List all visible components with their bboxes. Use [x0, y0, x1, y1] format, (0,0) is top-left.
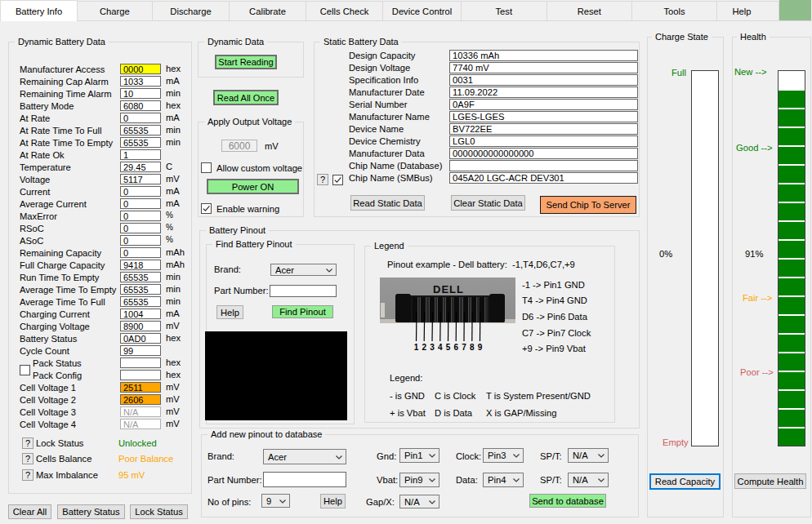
- svg-text:4: 4: [438, 343, 443, 352]
- svg-text:3: 3: [430, 343, 435, 352]
- svg-text:9: 9: [478, 343, 483, 352]
- svg-text:2: 2: [422, 343, 426, 352]
- svg-text:6: 6: [453, 343, 458, 352]
- svg-text:7: 7: [462, 343, 466, 352]
- svg-text:5: 5: [446, 343, 451, 352]
- svg-text:1: 1: [414, 343, 419, 352]
- svg-text:8: 8: [470, 343, 475, 352]
